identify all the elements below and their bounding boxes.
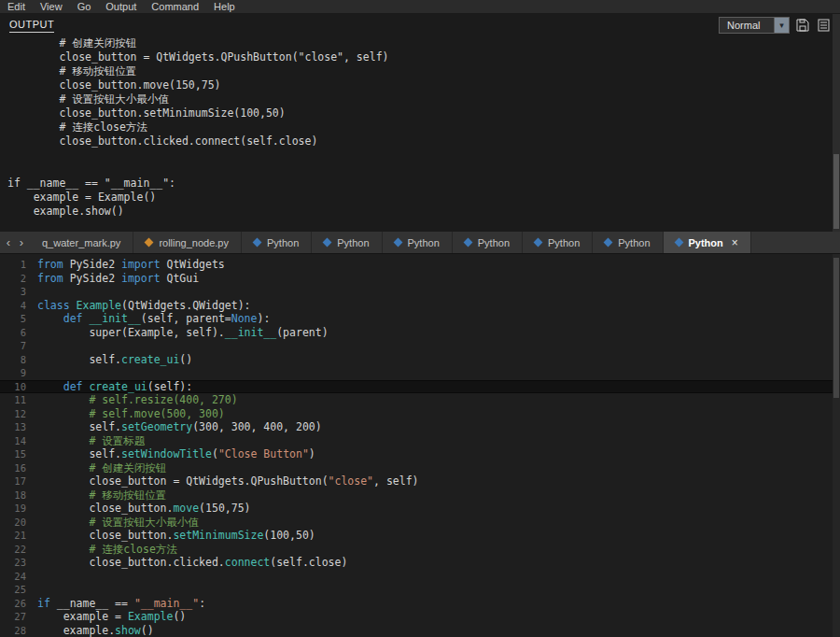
tab-4-python[interactable]: Python	[383, 232, 453, 253]
code-line-17[interactable]: 17 close_button = QtWidgets.QPushButton(…	[0, 474, 840, 488]
file-type-diamond-icon	[463, 238, 472, 248]
code-line-6[interactable]: 6 super(Example, self).__init__(parent)	[0, 326, 840, 340]
output-label: OUTPUT	[9, 19, 54, 33]
tab-8-python[interactable]: Python×	[664, 232, 751, 253]
code-line-2[interactable]: 2from PySide2 import QtGui	[0, 272, 840, 286]
tab-1-rolling-node-py[interactable]: rolling_node.py	[133, 232, 242, 253]
log-document-icon[interactable]	[816, 18, 831, 33]
code-text: class Example(QtWidgets.QWidget):	[37, 299, 251, 313]
code-line-14[interactable]: 14 # 设置标题	[0, 434, 840, 448]
line-number: 5	[0, 312, 37, 326]
code-line-3[interactable]: 3	[0, 285, 840, 299]
tab-7-python[interactable]: Python	[593, 232, 663, 253]
code-line-9[interactable]: 9	[0, 366, 840, 380]
menu-bar: EditViewGoOutputCommandHelp	[0, 0, 840, 14]
tab-3-python[interactable]: Python	[312, 232, 382, 253]
tab-label: Python	[408, 237, 440, 248]
menu-output[interactable]: Output	[105, 0, 136, 14]
line-number: 22	[0, 543, 37, 557]
menu-view[interactable]: View	[40, 0, 63, 14]
line-number: 25	[0, 583, 37, 597]
chevron-left-icon[interactable]: ‹	[4, 233, 13, 253]
chevron-down-icon[interactable]: ▾	[774, 18, 789, 33]
mode-dropdown-value: Normal	[720, 18, 774, 33]
code-text: close_button = QtWidgets.QPushButton("cl…	[37, 474, 419, 488]
tabs-container: q_water_mark.pyrolling_node.pyPythonPyth…	[30, 232, 751, 253]
file-type-diamond-icon	[253, 238, 262, 248]
code-line-20[interactable]: 20 # 设置按钮大小最小值	[0, 516, 840, 530]
tab-5-python[interactable]: Python	[453, 232, 523, 253]
line-number: 21	[0, 529, 37, 543]
output-panel: OUTPUT Normal ▾	[0, 14, 840, 232]
code-line-26[interactable]: 26if __name__ == "__main__":	[0, 597, 840, 611]
line-number: 1	[0, 258, 37, 272]
code-line-16[interactable]: 16 # 创建关闭按钮	[0, 461, 840, 475]
output-scrollbar[interactable]	[833, 14, 840, 232]
file-type-diamond-icon	[145, 238, 154, 248]
code-editor[interactable]: 1from PySide2 import QtWidgets2from PySi…	[0, 254, 840, 637]
chevron-right-icon[interactable]: ›	[17, 233, 26, 253]
code-text: # self.move(500, 300)	[37, 407, 225, 421]
code-line-21[interactable]: 21 close_button.setMinimumSize(100,50)	[0, 529, 840, 543]
code-line-19[interactable]: 19 close_button.move(150,75)	[0, 502, 840, 516]
code-line-5[interactable]: 5 def __init__(self, parent=None):	[0, 312, 840, 326]
code-line-24[interactable]: 24	[0, 570, 840, 584]
code-line-12[interactable]: 12 # self.move(500, 300)	[0, 407, 840, 421]
editor-scrollbar[interactable]	[833, 254, 840, 637]
code-line-4[interactable]: 4class Example(QtWidgets.QWidget):	[0, 299, 840, 313]
line-number: 28	[0, 624, 37, 637]
output-text: # 创建关闭按钮 close_button = QtWidgets.QPushB…	[7, 36, 827, 232]
code-line-10[interactable]: 10 def create_ui(self):	[0, 380, 840, 394]
code-text: example = Example()	[37, 610, 186, 624]
code-line-13[interactable]: 13 self.setGeometry(300, 300, 400, 200)	[0, 420, 840, 434]
code-text: close_button.move(150,75)	[37, 502, 251, 516]
close-icon[interactable]: ×	[732, 236, 738, 249]
line-number: 13	[0, 420, 37, 434]
tab-label: Python	[267, 237, 299, 248]
file-type-diamond-icon	[323, 238, 332, 248]
menu-command[interactable]: Command	[151, 0, 199, 14]
tab-2-python[interactable]: Python	[242, 232, 312, 253]
tab-6-python[interactable]: Python	[523, 232, 593, 253]
line-number: 3	[0, 285, 37, 299]
code-text: def create_ui(self):	[37, 380, 192, 394]
menu-go[interactable]: Go	[77, 0, 91, 14]
editor-scrollbar-thumb[interactable]	[833, 258, 839, 398]
mode-dropdown[interactable]: Normal ▾	[719, 17, 790, 34]
file-type-diamond-icon	[393, 238, 402, 248]
line-number: 7	[0, 339, 37, 353]
line-number: 26	[0, 597, 37, 611]
line-number: 20	[0, 516, 37, 530]
line-number: 2	[0, 272, 37, 286]
code-line-27[interactable]: 27 example = Example()	[0, 610, 840, 624]
code-line-22[interactable]: 22 # 连接close方法	[0, 543, 840, 557]
line-number: 23	[0, 556, 37, 570]
line-number: 14	[0, 434, 37, 448]
code-line-8[interactable]: 8 self.create_ui()	[0, 353, 840, 367]
line-number: 16	[0, 461, 37, 475]
menu-edit[interactable]: Edit	[7, 0, 25, 14]
line-number: 8	[0, 353, 37, 367]
tab-bar: ‹ › q_water_mark.pyrolling_node.pyPython…	[0, 232, 840, 254]
line-number: 12	[0, 407, 37, 421]
line-number: 27	[0, 610, 37, 624]
tab-0-q-water-mark-py[interactable]: q_water_mark.py	[30, 232, 133, 253]
output-scrollbar-thumb[interactable]	[833, 154, 839, 229]
code-line-25[interactable]: 25	[0, 583, 840, 597]
code-text: # 设置标题	[37, 434, 145, 448]
code-line-15[interactable]: 15 self.setWindowTitle("Close Button")	[0, 447, 840, 461]
tab-label: q_water_mark.py	[42, 237, 120, 248]
code-text: # 设置按钮大小最小值	[37, 516, 199, 530]
code-line-1[interactable]: 1from PySide2 import QtWidgets	[0, 258, 840, 272]
code-text: self.setWindowTitle("Close Button")	[37, 447, 315, 461]
code-line-23[interactable]: 23 close_button.clicked.connect(self.clo…	[0, 556, 840, 570]
code-text: close_button.setMinimumSize(100,50)	[37, 529, 315, 543]
code-line-7[interactable]: 7	[0, 339, 840, 353]
code-line-11[interactable]: 11 # self.resize(400, 270)	[0, 393, 840, 407]
code-text: example.show()	[37, 624, 154, 637]
menu-help[interactable]: Help	[214, 0, 235, 14]
code-text: self.setGeometry(300, 300, 400, 200)	[37, 420, 322, 434]
code-line-28[interactable]: 28 example.show()	[0, 624, 840, 637]
code-line-18[interactable]: 18 # 移动按钮位置	[0, 488, 840, 503]
save-icon[interactable]	[795, 18, 810, 33]
